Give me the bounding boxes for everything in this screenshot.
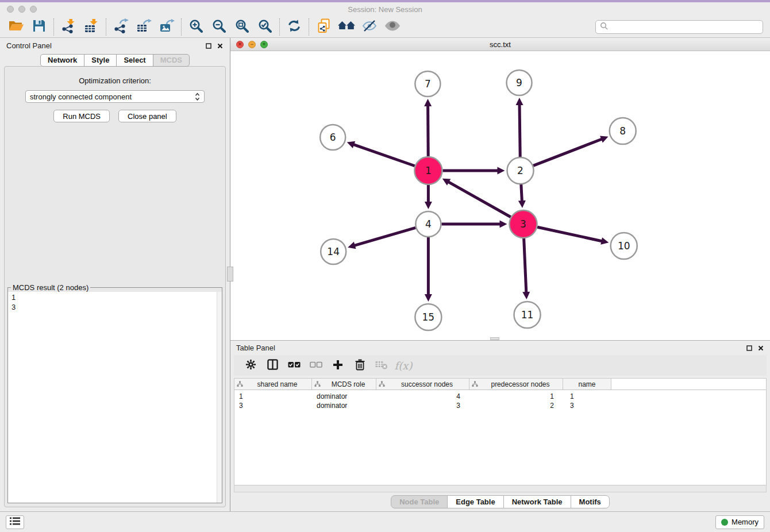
save-session-button[interactable] (28, 18, 51, 36)
memory-button[interactable]: Memory (715, 515, 764, 529)
graph-node-1[interactable]: 1 (414, 157, 442, 184)
network-canvas[interactable]: 1234678910111415 (230, 51, 770, 340)
search-input[interactable] (611, 22, 759, 31)
svg-text:9: 9 (516, 77, 522, 88)
clone-network-button[interactable] (312, 18, 335, 36)
add-column-button[interactable] (327, 357, 349, 374)
column-header-mcds-role[interactable]: MCDS role (312, 379, 376, 390)
column-header-successor-nodes[interactable]: successor nodes (376, 379, 469, 390)
tab-mcds[interactable]: MCDS (153, 54, 190, 67)
double-home-icon (338, 20, 355, 34)
zoom-out-button[interactable] (207, 18, 230, 36)
graph-edge-1-7[interactable] (424, 99, 432, 156)
graph-node-14[interactable]: 14 (321, 239, 346, 264)
application-window: Session: New Session Control Pa (0, 0, 770, 532)
graph-node-6[interactable]: 6 (320, 125, 345, 150)
tab-node-table[interactable]: Node Table (391, 495, 448, 508)
graph-node-4[interactable]: 4 (415, 211, 441, 237)
export-image-button[interactable] (155, 18, 178, 36)
result-scrollbar[interactable] (217, 292, 222, 503)
open-session-button[interactable] (5, 18, 28, 36)
canvas-resize-handle[interactable] (490, 337, 499, 340)
graph-edge-2-8[interactable] (533, 136, 609, 165)
close-panel-icon-button[interactable] (217, 43, 224, 49)
tab-network[interactable]: Network (40, 54, 84, 67)
graph-edge-2-9[interactable] (516, 98, 523, 157)
tab-select[interactable]: Select (116, 54, 153, 67)
import-network-button[interactable] (57, 18, 80, 36)
graph-edge-2-3[interactable] (518, 184, 526, 208)
search-box[interactable] (595, 20, 763, 34)
graph-node-7[interactable]: 7 (415, 71, 440, 97)
select-all-columns-button[interactable] (283, 357, 305, 374)
function-builder-button[interactable]: f(x) (392, 357, 414, 374)
graph-edge-4-3[interactable] (441, 221, 507, 228)
task-history-button[interactable] (6, 515, 24, 529)
run-mcds-button[interactable]: Run MCDS (53, 110, 110, 122)
table-cell: 4 (376, 392, 469, 400)
control-panel-tabs: NetworkStyleSelectMCDS (0, 54, 230, 67)
table-panel-title: Table Panel (236, 344, 275, 352)
control-panel-title: Control Panel (6, 41, 52, 50)
graph-node-11[interactable]: 11 (514, 302, 541, 328)
hide-selected-button[interactable] (358, 18, 381, 36)
deselect-all-columns-button[interactable] (305, 357, 327, 374)
graph-node-2[interactable]: 2 (507, 157, 534, 184)
panel-splitter-handle[interactable] (227, 267, 233, 282)
tab-edge-table[interactable]: Edge Table (447, 495, 503, 508)
graph-node-10[interactable]: 10 (611, 233, 637, 259)
svg-text:2: 2 (517, 165, 523, 176)
graph-edge-3-10[interactable] (537, 227, 609, 245)
zoom-in-button[interactable] (184, 18, 207, 36)
export-network-button[interactable] (109, 18, 132, 36)
graph-edge-3-1[interactable] (442, 179, 511, 217)
toolbar-separator (279, 18, 280, 36)
graph-edge-3-11[interactable] (522, 238, 530, 299)
network-minimize-button[interactable]: − (248, 41, 256, 48)
graph-node-9[interactable]: 9 (507, 70, 532, 95)
svg-text:6: 6 (330, 132, 336, 143)
export-table-button[interactable] (132, 18, 155, 36)
column-header-shared-name[interactable]: shared name (234, 379, 312, 390)
table-row[interactable]: 3dominator323 (234, 401, 766, 410)
float-table-panel-button[interactable] (746, 345, 753, 352)
delete-table-button[interactable] (371, 357, 392, 374)
column-header-name[interactable]: name (563, 379, 611, 390)
zoom-window-button[interactable] (30, 6, 37, 13)
graph-node-15[interactable]: 15 (415, 304, 441, 330)
close-window-button[interactable] (7, 6, 14, 13)
show-columns-button[interactable] (261, 357, 283, 374)
table-row[interactable]: 1dominator411 (234, 392, 766, 401)
table-settings-button[interactable] (240, 357, 261, 374)
zoom-out-icon (212, 19, 226, 34)
zoom-fit-button[interactable] (230, 18, 253, 36)
float-panel-button[interactable] (205, 43, 212, 49)
mcds-result-text[interactable]: 1 3 (8, 292, 222, 503)
graph-edge-1-4[interactable] (425, 185, 432, 209)
graph-node-8[interactable]: 8 (610, 118, 636, 144)
tab-style[interactable]: Style (84, 54, 117, 67)
minimize-window-button[interactable] (18, 6, 25, 13)
close-table-panel-button[interactable] (757, 345, 764, 352)
graph-edge-1-6[interactable] (347, 141, 415, 166)
tab-network-table[interactable]: Network Table (503, 495, 571, 508)
import-table-button[interactable] (80, 18, 103, 36)
graph-node-3[interactable]: 3 (510, 210, 537, 238)
first-neighbors-button[interactable] (335, 18, 358, 36)
network-zoom-button[interactable]: + (260, 41, 268, 48)
graph-edge-4-14[interactable] (348, 228, 415, 249)
show-hidden-button[interactable] (381, 18, 404, 36)
refresh-button[interactable] (283, 18, 306, 36)
table-hscrollbar[interactable] (234, 485, 767, 492)
zoom-selected-button[interactable] (253, 18, 276, 36)
network-close-button[interactable]: ✕ (236, 41, 244, 48)
column-header-predecessor-nodes[interactable]: predecessor nodes (469, 379, 563, 390)
plus-icon (333, 360, 343, 372)
close-panel-button[interactable]: Close panel (118, 110, 176, 122)
tab-motifs[interactable]: Motifs (571, 495, 610, 508)
delete-column-button[interactable] (349, 357, 371, 374)
graph-edge-1-2[interactable] (442, 167, 505, 175)
graph-edge-4-15[interactable] (425, 237, 432, 302)
column-header-label: predecessor nodes (478, 380, 563, 388)
criterion-select[interactable]: strongly connected component (25, 90, 205, 103)
